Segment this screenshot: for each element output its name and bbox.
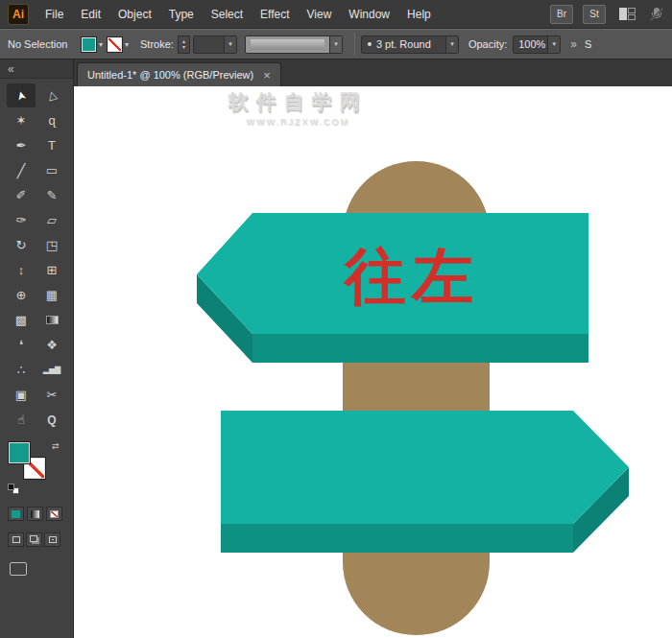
- scale-tool[interactable]: ◳: [37, 233, 66, 257]
- close-tab-icon[interactable]: ×: [263, 69, 271, 82]
- fill-color-swatch[interactable]: [81, 36, 97, 53]
- type-tool[interactable]: T: [37, 133, 66, 157]
- gradient-mode-icon: [31, 510, 39, 518]
- rotate-tool-icon: ↻: [16, 239, 27, 251]
- hand-tool[interactable]: ☝: [7, 408, 36, 432]
- screen-mode-button[interactable]: [10, 562, 27, 576]
- menu-select[interactable]: Select: [203, 0, 252, 29]
- opacity-label[interactable]: Opacity:: [468, 38, 507, 50]
- stroke-chevron-icon[interactable]: ▾: [125, 40, 129, 49]
- width-tool[interactable]: ↕: [7, 258, 36, 282]
- magic-wand-tool-icon: ✶: [16, 114, 27, 127]
- hand-tool-icon: ☝: [17, 414, 25, 426]
- panel-overflow-icon[interactable]: »: [570, 37, 577, 51]
- left-sign-text: 往左: [343, 241, 479, 312]
- zoom-tool-icon: Q: [47, 414, 56, 426]
- collapse-panel-icon[interactable]: «: [8, 62, 14, 76]
- stroke-weight-dropdown-icon: ▾: [224, 36, 236, 53]
- menu-object[interactable]: Object: [109, 0, 160, 29]
- eyedropper-tool[interactable]: ❛: [7, 333, 36, 357]
- fill-stroke-controls: ▾ ▾: [81, 36, 132, 53]
- slice-tool-icon: ✂: [47, 389, 58, 401]
- menu-view[interactable]: View: [299, 0, 341, 29]
- blend-tool[interactable]: ❖: [37, 333, 66, 357]
- left-sign-side[interactable]: [252, 334, 588, 363]
- draw-normal-button[interactable]: [8, 532, 24, 547]
- sync-disabled-icon[interactable]: [649, 7, 664, 22]
- blob-brush-tool[interactable]: ✑: [7, 208, 36, 232]
- document-tab[interactable]: Untitled-1* @ 100% (RGB/Preview) ×: [77, 62, 281, 86]
- free-transform-tool-icon: ⊞: [47, 264, 58, 276]
- magic-wand-tool[interactable]: ✶: [7, 108, 36, 132]
- left-sign[interactable]: 往左: [197, 213, 588, 363]
- direct-selection-tool[interactable]: ▷: [37, 83, 66, 107]
- artboard-artwork[interactable]: 往左: [74, 86, 671, 638]
- menu-bar-items: FileEditObjectTypeSelectEffectViewWindow…: [36, 0, 440, 29]
- right-sign[interactable]: [221, 411, 629, 553]
- perspective-grid-tool[interactable]: ▦: [37, 283, 66, 307]
- artboard-tool[interactable]: ▣: [7, 383, 36, 407]
- menu-file[interactable]: File: [36, 0, 72, 29]
- menu-window[interactable]: Window: [340, 0, 398, 29]
- free-transform-tool[interactable]: ⊞: [37, 258, 66, 282]
- shape-builder-tool[interactable]: ⊕: [7, 283, 36, 307]
- symbol-sprayer-tool[interactable]: ∴: [7, 358, 36, 382]
- main-area: « ➤▷✶ɋ✒T╱▭✐✎✑▱↻◳↕⊞⊕▦▩❛❖∴▂▅▇▣✂☝Q ⇄: [0, 59, 672, 638]
- st-button[interactable]: St: [583, 5, 606, 24]
- eyedropper-tool-icon: ❛: [19, 339, 23, 351]
- fill-stroke-indicator: ⇄: [8, 441, 67, 495]
- workspace-switcher-icon[interactable]: [619, 8, 636, 20]
- artboard-tool-icon: ▣: [15, 389, 27, 401]
- draw-inside-button[interactable]: [44, 532, 60, 547]
- pen-tool-icon: ✒: [16, 139, 27, 152]
- color-mode-button[interactable]: [8, 507, 24, 521]
- gradient-tool[interactable]: [37, 308, 66, 332]
- control-bar-separator: [354, 33, 355, 56]
- opacity-combo[interactable]: 100% ▾: [513, 35, 561, 54]
- swap-fill-stroke-icon[interactable]: ⇄: [52, 441, 60, 451]
- lasso-tool[interactable]: ɋ: [37, 108, 66, 132]
- draw-inside-icon: [49, 536, 57, 543]
- column-graph-tool[interactable]: ▂▅▇: [37, 358, 66, 382]
- eraser-tool-icon: ▱: [47, 214, 57, 226]
- menu-type[interactable]: Type: [160, 0, 203, 29]
- pencil-tool[interactable]: ✎: [37, 183, 66, 207]
- gradient-tool-icon: [46, 316, 59, 324]
- style-label-truncated: S: [585, 38, 591, 50]
- direct-selection-tool-icon: ▷: [45, 89, 59, 101]
- none-mode-button[interactable]: [46, 507, 62, 521]
- fill-chevron-icon[interactable]: ▾: [99, 40, 103, 49]
- width-profile-combo[interactable]: ▾: [245, 35, 343, 54]
- canvas[interactable]: 软件自学网 WWW.RJZXW.COM 往左: [74, 86, 672, 638]
- paintbrush-tool-icon: ✐: [16, 189, 27, 201]
- eraser-tool[interactable]: ▱: [37, 208, 66, 232]
- opacity-dropdown-icon: ▾: [547, 36, 560, 53]
- zoom-tool[interactable]: Q: [37, 408, 66, 432]
- menu-help[interactable]: Help: [398, 0, 440, 29]
- brush-definition-combo[interactable]: 3 pt. Round ▾: [361, 35, 459, 54]
- menu-effect[interactable]: Effect: [252, 0, 298, 29]
- fill-swatch-large[interactable]: [8, 441, 31, 464]
- workspace-icon-panes: [628, 8, 636, 20]
- draw-behind-button[interactable]: [26, 532, 42, 547]
- line-segment-tool[interactable]: ╱: [7, 158, 36, 182]
- paintbrush-tool[interactable]: ✐: [7, 183, 36, 207]
- br-button[interactable]: Br: [550, 5, 573, 24]
- right-sign-side[interactable]: [221, 524, 573, 553]
- rotate-tool[interactable]: ↻: [7, 233, 36, 257]
- mesh-tool[interactable]: ▩: [7, 308, 36, 332]
- default-colors-icon[interactable]: [8, 484, 21, 495]
- shape-builder-tool-icon: ⊕: [16, 289, 27, 301]
- right-sign-face[interactable]: [221, 411, 629, 524]
- selection-tool[interactable]: ➤: [7, 83, 36, 107]
- stroke-weight-combo[interactable]: ▾: [193, 35, 237, 54]
- stroke-color-swatch[interactable]: [107, 36, 123, 53]
- paint-mode-row: [8, 507, 73, 521]
- menu-edit[interactable]: Edit: [72, 0, 109, 29]
- stroke-weight-stepper[interactable]: ▴ ▾: [178, 35, 190, 54]
- rectangle-tool[interactable]: ▭: [37, 158, 66, 182]
- pen-tool[interactable]: ✒: [7, 133, 36, 157]
- slice-tool[interactable]: ✂: [37, 383, 66, 407]
- stroke-label[interactable]: Stroke:: [140, 38, 174, 50]
- gradient-mode-button[interactable]: [27, 507, 43, 521]
